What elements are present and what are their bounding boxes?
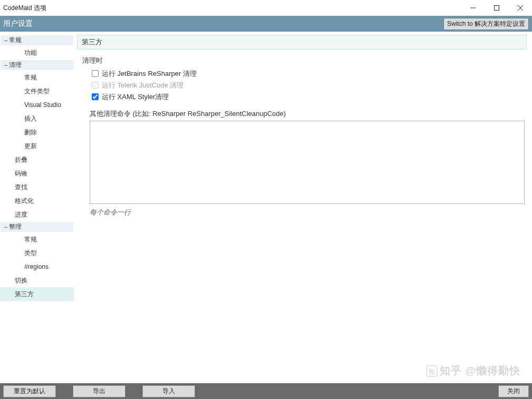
minimize-button[interactable] xyxy=(461,0,485,16)
window-controls xyxy=(461,0,532,16)
checkbox-label: 运行 JetBrains ReSharper 清理 xyxy=(102,69,197,79)
collapse-icon: − xyxy=(3,62,9,69)
svg-rect-1 xyxy=(494,6,499,11)
nav-item-collapsing[interactable]: 折叠 xyxy=(0,153,74,167)
export-button[interactable]: 导出 xyxy=(73,385,125,397)
nav-item-label: 格式化 xyxy=(15,197,34,206)
nav-item-label: 插入 xyxy=(24,114,37,123)
other-commands-label: 其他清理命令 (比如: ReSharper ReSharper_SilentCl… xyxy=(90,109,527,119)
checkbox-label: 运行 Telerik JustCode 清理 xyxy=(102,81,183,90)
nav-item-cleaning-general[interactable]: 常规 xyxy=(0,71,74,84)
nav-item-finding[interactable]: 查找 xyxy=(0,180,74,194)
other-commands-hint: 每个命令一行 xyxy=(90,208,527,217)
nav-group-cleaning[interactable]: − 清理 xyxy=(0,60,74,71)
checkbox-row-xamlstyler[interactable]: 运行 XAML Styler清理 xyxy=(90,92,527,102)
header: 用户设置 Switch to 解决方案特定设置 xyxy=(0,16,532,32)
nav-group-label: 整理 xyxy=(9,222,22,231)
checkbox-row-resharper[interactable]: 运行 JetBrains ReSharper 清理 xyxy=(90,69,527,79)
reset-defaults-button[interactable]: 重置为默认 xyxy=(3,385,56,397)
nav-group-label: 清理 xyxy=(9,61,22,70)
nav-item-formatting[interactable]: 格式化 xyxy=(0,194,74,208)
nav-item-label: 更新 xyxy=(24,142,37,151)
nav-item-label: 文件类型 xyxy=(24,87,50,96)
other-commands-input[interactable] xyxy=(90,121,525,204)
nav-item-label: 功能 xyxy=(24,48,37,57)
collapse-icon: − xyxy=(3,223,9,231)
nav-item-label: 折叠 xyxy=(15,155,27,164)
footer: 重置为默认 导出 导入 关闭 xyxy=(0,383,532,399)
checkbox-resharper[interactable] xyxy=(92,70,99,77)
panel-title: 第三方 xyxy=(77,35,527,50)
nav-item-insert[interactable]: 插入 xyxy=(0,112,74,125)
nav-item-update[interactable]: 更新 xyxy=(0,139,74,153)
checkbox-row-justcode[interactable]: 运行 Telerik JustCode 清理 xyxy=(90,80,527,90)
window: CodeMaid 选项 用户设置 Switch to 解决方案特定设置 − 常规 xyxy=(0,0,532,399)
nav-item-remove[interactable]: 删除 xyxy=(0,125,74,139)
nav-group-general[interactable]: − 常规 xyxy=(0,35,74,46)
nav-item-label: 码锹 xyxy=(15,169,27,178)
nav-item-digging[interactable]: 码锹 xyxy=(0,167,74,180)
sidebar: − 常规 功能 − 清理 常规 文件类型 Visual Studio 插入 删除… xyxy=(0,32,74,383)
nav-item-label: 常规 xyxy=(24,73,37,82)
nav-item-progress[interactable]: 进度 xyxy=(0,208,74,221)
nav-item-visual-studio[interactable]: Visual Studio xyxy=(0,98,74,112)
nav-item-label: #regions xyxy=(24,263,49,270)
section-on-cleanup: 清理时 xyxy=(82,56,527,65)
nav-item-label: 切换 xyxy=(15,276,27,285)
nav-item-reorg-types[interactable]: 类型 xyxy=(0,246,74,260)
checkbox-justcode[interactable] xyxy=(92,82,99,89)
nav-item-file-types[interactable]: 文件类型 xyxy=(0,84,74,98)
nav-item-label: Visual Studio xyxy=(24,101,61,109)
main: − 常规 功能 − 清理 常规 文件类型 Visual Studio 插入 删除… xyxy=(0,32,532,383)
titlebar: CodeMaid 选项 xyxy=(0,0,532,16)
collapse-icon: − xyxy=(3,37,9,44)
nav-item-thirdparty[interactable]: 第三方 xyxy=(0,287,74,301)
nav-group-label: 常规 xyxy=(9,36,22,45)
close-window-button[interactable] xyxy=(508,0,532,16)
checkbox-xamlstyler[interactable] xyxy=(92,93,99,100)
nav-item-label: 常规 xyxy=(24,235,37,244)
import-button[interactable]: 导入 xyxy=(142,385,195,397)
switch-scope-button[interactable]: Switch to 解决方案特定设置 xyxy=(443,18,529,30)
nav-item-label: 第三方 xyxy=(15,290,34,299)
window-title: CodeMaid 选项 xyxy=(3,4,46,13)
nav-item-reorg-general[interactable]: 常规 xyxy=(0,232,74,246)
maximize-button[interactable] xyxy=(485,0,508,16)
nav-group-reorg[interactable]: − 整理 xyxy=(0,221,74,232)
content: 第三方 清理时 运行 JetBrains ReSharper 清理 运行 Tel… xyxy=(74,32,532,383)
nav-item-features[interactable]: 功能 xyxy=(0,46,74,60)
close-button[interactable]: 关闭 xyxy=(498,385,529,397)
nav-item-label: 类型 xyxy=(24,249,37,258)
nav-item-label: 进度 xyxy=(15,210,27,219)
header-title: 用户设置 xyxy=(3,19,33,28)
nav-item-label: 删除 xyxy=(24,128,37,137)
checkbox-label: 运行 XAML Styler清理 xyxy=(102,92,169,102)
nav-item-switching[interactable]: 切换 xyxy=(0,274,74,287)
nav-item-reorg-regions[interactable]: #regions xyxy=(0,260,74,274)
nav-item-label: 查找 xyxy=(15,183,27,192)
